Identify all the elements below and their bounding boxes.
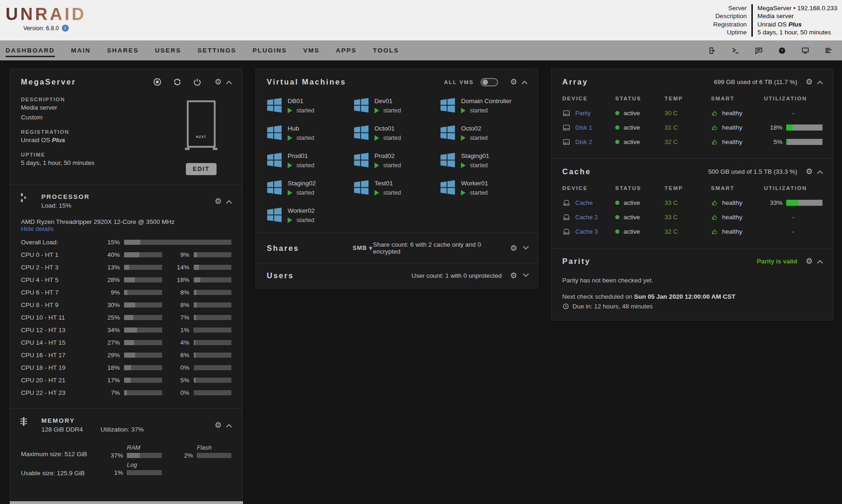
gear-icon[interactable]: ⚙ bbox=[806, 78, 813, 86]
smart-text: healthy bbox=[722, 228, 743, 235]
nav-tab-vms[interactable]: VMS bbox=[303, 47, 320, 54]
utilization-dash: - bbox=[764, 110, 822, 117]
vm-item[interactable]: Octo01 started bbox=[354, 125, 441, 141]
registration-label: REGISTRATION bbox=[21, 129, 171, 135]
vm-item[interactable]: Worker02 started bbox=[267, 207, 354, 223]
main-nav: DASHBOARDMAINSHARESUSERSSETTINGSPLUGINSV… bbox=[0, 40, 842, 60]
vm-item[interactable]: Staging01 started bbox=[440, 152, 527, 169]
nav-tab-dashboard[interactable]: DASHBOARD bbox=[6, 47, 55, 54]
refresh-icon[interactable] bbox=[173, 78, 182, 86]
log-icon[interactable] bbox=[824, 46, 833, 55]
gear-icon[interactable]: ⚙ bbox=[510, 244, 517, 252]
device-link[interactable]: Parity bbox=[575, 110, 591, 117]
terminal-icon[interactable] bbox=[731, 46, 740, 55]
gear-icon[interactable]: ⚙ bbox=[806, 168, 813, 176]
info-icon[interactable]: i bbox=[62, 25, 69, 32]
parity-status: Parity is valid bbox=[757, 258, 797, 265]
status-text: active bbox=[624, 138, 640, 145]
nav-tab-settings[interactable]: SETTINGS bbox=[197, 47, 237, 54]
chevron-down-icon[interactable] bbox=[523, 243, 529, 249]
chevron-up-icon[interactable] bbox=[521, 81, 527, 87]
brand-block: UNRAID Version: 6.8.0 i bbox=[0, 0, 86, 40]
server-meta-value: Unraid OS Plus bbox=[751, 20, 837, 29]
cache-drive-icon bbox=[562, 228, 571, 236]
vm-item[interactable]: Prod02 started bbox=[354, 152, 441, 169]
cpu-load-bar bbox=[124, 277, 162, 282]
drive-row: Disk 2 active 32 C healthy 5% bbox=[562, 135, 822, 149]
utilization-bar bbox=[786, 124, 822, 131]
cpu-load-bar bbox=[124, 378, 162, 383]
array-section: Array 699 GB used of 6 TB (11.7 %) ⚙ DEV… bbox=[552, 69, 833, 158]
nav-tab-main[interactable]: MAIN bbox=[71, 47, 91, 54]
gear-icon[interactable]: ⚙ bbox=[510, 272, 517, 280]
device-link[interactable]: Cache 2 bbox=[575, 214, 598, 221]
feedback-icon[interactable] bbox=[755, 46, 763, 55]
gear-icon[interactable]: ⚙ bbox=[510, 78, 517, 86]
status-dot bbox=[615, 215, 619, 219]
hide-details-link[interactable]: Hide details bbox=[21, 225, 54, 232]
nav-tab-users[interactable]: USERS bbox=[155, 47, 182, 54]
vm-item[interactable]: Domain Controller started bbox=[440, 98, 527, 114]
edit-button[interactable]: EDIT bbox=[186, 163, 217, 175]
vm-item[interactable]: DB01 started bbox=[267, 98, 354, 114]
chevron-up-icon[interactable] bbox=[226, 200, 232, 206]
status-text: active bbox=[624, 199, 640, 206]
drive-row: Disk 1 active 31 C healthy 18% bbox=[562, 120, 822, 135]
gear-icon[interactable]: ⚙ bbox=[215, 421, 222, 429]
temp-value: 32 C bbox=[664, 138, 708, 145]
chevron-up-icon[interactable] bbox=[817, 81, 823, 87]
status-dot bbox=[615, 111, 619, 115]
device-link[interactable]: Disk 2 bbox=[575, 138, 592, 145]
smart-text: healthy bbox=[722, 199, 743, 206]
utilization-cell: - bbox=[764, 110, 822, 117]
vm-name: Worker01 bbox=[461, 180, 488, 187]
windows-logo-icon bbox=[354, 125, 369, 140]
gear-icon[interactable]: ⚙ bbox=[215, 197, 222, 205]
nav-tab-shares[interactable]: SHARES bbox=[107, 47, 138, 54]
thumb-up-icon bbox=[711, 124, 718, 131]
disk-icon bbox=[562, 109, 571, 118]
vm-item[interactable]: Test01 started bbox=[354, 180, 441, 196]
column-header: TEMP bbox=[664, 96, 708, 101]
chevron-up-icon[interactable] bbox=[226, 81, 232, 87]
unraid-logo: UNRAID bbox=[6, 6, 86, 23]
caret-down-icon: ▼ bbox=[369, 246, 373, 251]
drive-row: Cache 2 active 33 C healthy - bbox=[562, 210, 822, 224]
vm-item[interactable]: Staging02 started bbox=[267, 180, 354, 196]
play-icon bbox=[288, 217, 292, 223]
nav-tab-plugins[interactable]: PLUGINS bbox=[253, 47, 287, 54]
thumb-up-icon bbox=[711, 138, 718, 146]
device-link[interactable]: Cache 3 bbox=[575, 228, 598, 235]
logout-icon[interactable] bbox=[708, 46, 717, 55]
utilization-bar bbox=[786, 139, 822, 145]
power-icon[interactable] bbox=[193, 78, 202, 86]
chevron-up-icon[interactable] bbox=[817, 260, 823, 266]
cpu-load-bar bbox=[124, 265, 162, 270]
chevron-down-icon[interactable] bbox=[523, 271, 529, 277]
vm-item[interactable]: Hub started bbox=[267, 125, 354, 141]
help-icon[interactable]: ? bbox=[778, 46, 786, 55]
monitor-icon[interactable] bbox=[801, 46, 809, 55]
nav-tab-tools[interactable]: TOOLS bbox=[373, 47, 399, 54]
device-link[interactable]: Cache bbox=[575, 199, 593, 206]
vm-item[interactable]: Prod01 started bbox=[267, 152, 354, 169]
vm-item[interactable]: Dev01 started bbox=[354, 98, 441, 114]
device-link[interactable]: Disk 1 bbox=[575, 124, 592, 131]
stop-icon[interactable] bbox=[153, 78, 162, 86]
temp-value: 30 C bbox=[664, 110, 708, 117]
vm-item[interactable]: Worker01 started bbox=[440, 180, 527, 196]
chevron-up-icon[interactable] bbox=[226, 424, 232, 430]
memory-section: MEMORY 128 GiB DDR4 Utilization: 37% ⚙ M… bbox=[10, 408, 242, 486]
gear-icon[interactable]: ⚙ bbox=[806, 257, 813, 265]
memory-title: MEMORY bbox=[41, 417, 215, 424]
ht-load-bar bbox=[194, 340, 232, 345]
windows-logo-icon bbox=[267, 152, 282, 168]
memory-utilization: Utilization: 37% bbox=[100, 426, 144, 433]
share-protocol-dropdown[interactable]: SMB▼ bbox=[353, 245, 373, 251]
nav-tab-apps[interactable]: APPS bbox=[336, 47, 357, 54]
chevron-up-icon[interactable] bbox=[817, 170, 823, 177]
vm-item[interactable]: Octo02 started bbox=[440, 125, 527, 141]
column-header: SMART bbox=[711, 185, 761, 191]
all-vms-toggle[interactable] bbox=[480, 78, 498, 86]
gear-icon[interactable]: ⚙ bbox=[215, 78, 222, 86]
